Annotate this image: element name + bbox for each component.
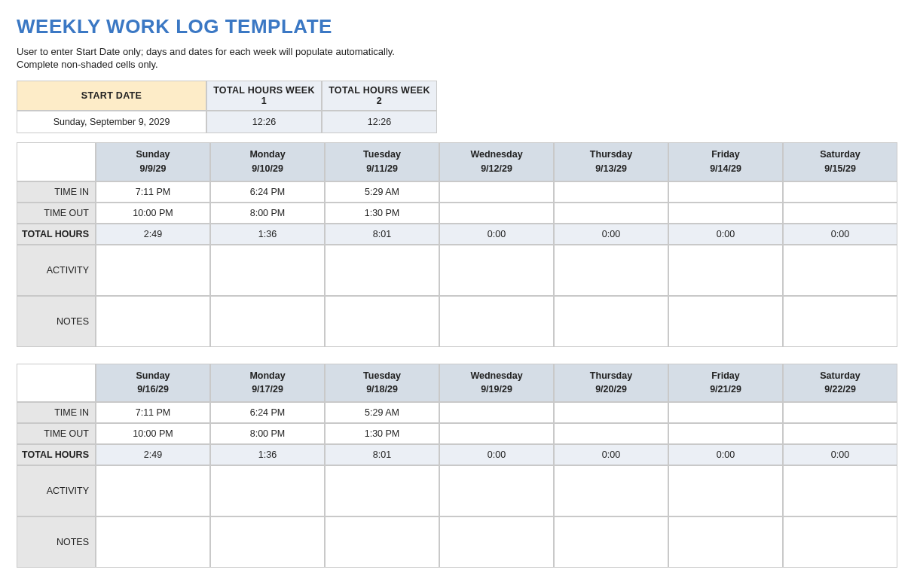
day-date: 9/19/29 [440,382,553,397]
activity-cell[interactable] [439,245,554,296]
total-cell: 2:49 [96,224,210,245]
time-out-cell[interactable]: 10:00 PM [96,203,210,224]
time-in-cell[interactable] [439,402,554,423]
week-table-2: Sunday9/16/29Monday9/17/29Tuesday9/18/29… [17,364,897,568]
total-cell: 0:00 [668,444,783,465]
time-out-cell[interactable]: 1:30 PM [325,203,439,224]
day-date: 9/13/29 [555,162,668,176]
time-in-cell[interactable] [668,402,783,423]
time-in-cell[interactable] [783,402,897,423]
notes-cell[interactable] [210,516,325,568]
row-label-notes: NOTES [17,516,96,568]
activity-cell[interactable] [96,245,210,296]
total-cell: 0:00 [668,224,783,245]
time-out-cell[interactable]: 1:30 PM [325,423,439,444]
notes-cell[interactable] [325,296,439,347]
day-name: Friday [669,369,782,383]
day-header: Tuesday9/11/29 [325,142,439,181]
day-header: Sunday9/16/29 [96,364,210,403]
day-name: Sunday [96,369,209,383]
time-in-cell[interactable] [439,181,554,203]
page-title: WEEKLY WORK LOG TEMPLATE [17,15,897,38]
total-cell: 0:00 [439,444,554,465]
notes-cell[interactable] [783,296,897,347]
day-name: Sunday [96,148,209,162]
notes-cell[interactable] [439,296,554,347]
activity-cell[interactable] [325,245,439,296]
day-header: Monday9/10/29 [210,142,325,181]
time-out-cell[interactable]: 8:00 PM [210,203,325,224]
day-header: Thursday9/13/29 [554,142,668,181]
total-cell: 0:00 [439,224,554,245]
activity-cell[interactable] [325,465,439,516]
day-date: 9/11/29 [326,162,439,176]
time-in-cell[interactable]: 6:24 PM [210,402,325,423]
notes-cell[interactable] [96,516,210,568]
time-out-cell[interactable] [439,423,554,444]
total-week2-header: TOTAL HOURS WEEK 2 [322,81,437,111]
time-in-cell[interactable]: 5:29 AM [325,402,439,423]
time-in-cell[interactable] [554,181,668,203]
notes-cell[interactable] [554,296,668,347]
time-in-cell[interactable] [783,181,897,203]
row-label-total: TOTAL HOURS [17,224,96,245]
day-date: 9/10/29 [211,162,324,176]
notes-cell[interactable] [554,516,668,568]
time-out-cell[interactable]: 8:00 PM [210,423,325,444]
day-date: 9/22/29 [784,382,897,397]
time-out-cell[interactable] [783,423,897,444]
corner-blank [17,142,96,181]
time-out-cell[interactable] [554,203,668,224]
day-date: 9/16/29 [96,382,209,397]
activity-cell[interactable] [210,245,325,296]
day-name: Tuesday [326,369,439,383]
day-header: Wednesday9/12/29 [439,142,554,181]
notes-cell[interactable] [210,296,325,347]
activity-cell[interactable] [96,465,210,516]
notes-cell[interactable] [668,516,783,568]
time-in-cell[interactable]: 6:24 PM [210,181,325,203]
time-in-cell[interactable] [668,181,783,203]
notes-cell[interactable] [668,296,783,347]
row-label-time-out: TIME OUT [17,203,96,224]
time-out-cell[interactable] [783,203,897,224]
total-cell: 0:00 [554,444,668,465]
time-out-cell[interactable] [554,423,668,444]
time-out-cell[interactable] [668,203,783,224]
day-name: Tuesday [326,148,439,162]
activity-cell[interactable] [668,245,783,296]
day-date: 9/9/29 [96,162,209,176]
time-in-cell[interactable]: 5:29 AM [325,181,439,203]
notes-cell[interactable] [439,516,554,568]
day-date: 9/17/29 [211,382,324,397]
row-label-time-in: TIME IN [17,181,96,203]
day-header: Thursday9/20/29 [554,364,668,403]
activity-cell[interactable] [554,245,668,296]
notes-cell[interactable] [325,516,439,568]
start-date-cell[interactable]: Sunday, September 9, 2029 [17,111,206,133]
activity-cell[interactable] [439,465,554,516]
activity-cell[interactable] [783,465,897,516]
total-week2-cell: 12:26 [322,111,437,133]
day-name: Thursday [555,148,668,162]
time-in-cell[interactable] [554,402,668,423]
time-out-cell[interactable] [668,423,783,444]
activity-cell[interactable] [554,465,668,516]
time-in-cell[interactable]: 7:11 PM [96,181,210,203]
day-date: 9/21/29 [669,382,782,397]
time-out-cell[interactable] [439,203,554,224]
day-header: Tuesday9/18/29 [325,364,439,403]
activity-cell[interactable] [210,465,325,516]
row-label-time-out: TIME OUT [17,423,96,444]
notes-cell[interactable] [96,296,210,347]
day-date: 9/20/29 [555,382,668,397]
day-date: 9/12/29 [440,162,553,176]
instruction-line-1: User to enter Start Date only; days and … [17,46,897,57]
time-out-cell[interactable]: 10:00 PM [96,423,210,444]
total-cell: 8:01 [325,224,439,245]
summary-table: START DATE TOTAL HOURS WEEK 1 TOTAL HOUR… [17,81,437,133]
activity-cell[interactable] [783,245,897,296]
time-in-cell[interactable]: 7:11 PM [96,402,210,423]
notes-cell[interactable] [783,516,897,568]
activity-cell[interactable] [668,465,783,516]
